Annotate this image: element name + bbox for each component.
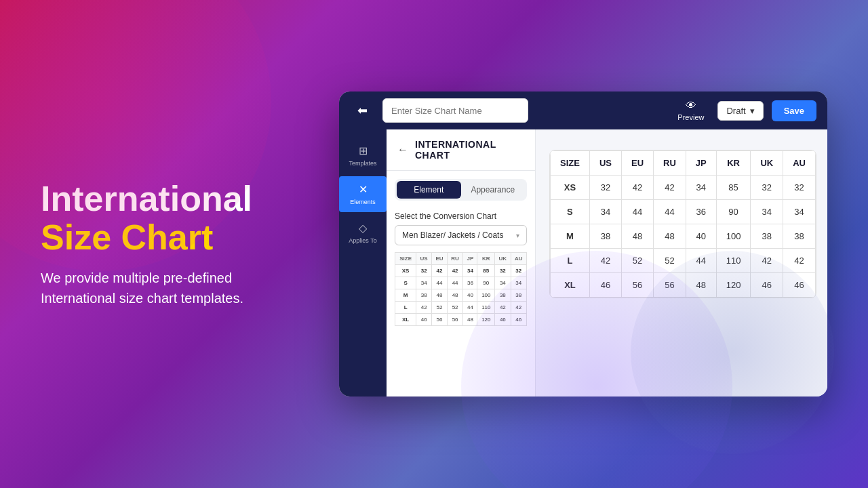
top-bar: ⬅ 👁 Preview Draft ▾ Save [339,92,827,129]
preview-icon: 👁 [686,100,696,112]
draft-arrow-icon: ▾ [750,106,755,116]
chevron-down-icon: ▾ [516,232,519,239]
description: We provide multiple pre-defined Internat… [41,268,298,308]
save-button[interactable]: Save [772,100,816,121]
draft-label: Draft [726,106,745,116]
sidebar-item-applies-to[interactable]: ◇ Applies To [339,215,387,251]
applies-to-icon: ◇ [359,222,367,235]
sidebar: ⊞ Templates ✕ Elements ◇ Applies To [339,129,387,396]
sidebar-item-elements[interactable]: ✕ Elements [339,176,387,212]
templates-icon: ⊞ [359,144,368,157]
preview-button[interactable]: 👁 Preview [672,97,709,124]
panel-header: ← INTERNATIONAL CHART [387,129,535,171]
sidebar-item-templates[interactable]: ⊞ Templates [339,138,387,174]
elements-icon: ✕ [359,183,368,196]
preview-label: Preview [677,113,704,121]
sidebar-label-applies-to: Applies To [349,237,376,244]
app-back-button[interactable]: ⬅ [350,98,374,123]
chart-name-input[interactable] [382,98,528,123]
dropdown-value: Men Blazer/ Jackets / Coats [402,230,503,240]
tab-switcher: Element Appearance [395,179,527,201]
tab-appearance[interactable]: Appearance [461,181,526,199]
sidebar-label-elements: Elements [350,199,376,205]
back-icon: ⬅ [357,103,368,118]
tab-element[interactable]: Element [397,181,461,199]
bg-decoration-3 [631,251,834,454]
panel-back-button[interactable]: ← [397,144,408,156]
conversion-dropdown[interactable]: Men Blazer/ Jackets / Coats ▾ [395,225,527,245]
panel-title: INTERNATIONAL CHART [415,139,524,161]
conversion-label: Select the Conversion Chart [387,209,535,225]
sidebar-label-templates: Templates [349,160,376,167]
draft-button[interactable]: Draft ▾ [717,101,763,121]
